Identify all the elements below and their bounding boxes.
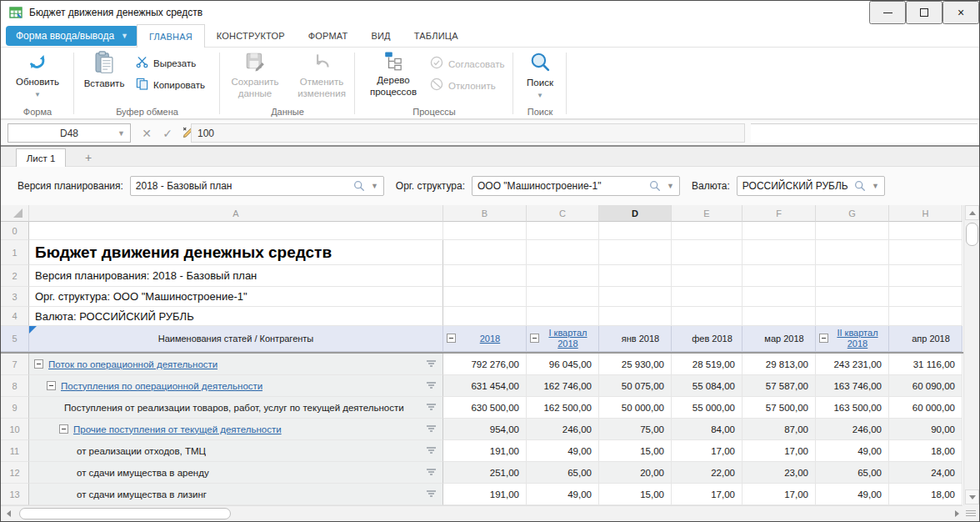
- value-cell[interactable]: 162 746,00: [527, 375, 599, 397]
- item-label-cell[interactable]: от сдачи имущества в аренду: [29, 462, 443, 484]
- value-cell[interactable]: 18,00: [889, 484, 962, 505]
- cell[interactable]: [742, 240, 816, 265]
- cell[interactable]: [742, 265, 816, 287]
- cell[interactable]: [599, 307, 672, 326]
- column-header-C[interactable]: C: [527, 205, 599, 222]
- value-cell[interactable]: 29 813,00: [742, 354, 816, 375]
- value-cell[interactable]: 55 000,00: [672, 397, 742, 419]
- org-structure-field[interactable]: ООО "Машиностроение-1"▼: [472, 176, 680, 196]
- value-cell[interactable]: 60 090,00: [889, 375, 962, 397]
- info-cell[interactable]: Орг. структура: ООО "Машиностроение-1": [29, 287, 443, 307]
- copy-button[interactable]: Копировать: [136, 78, 205, 93]
- cell[interactable]: [672, 287, 742, 307]
- cell[interactable]: [443, 222, 527, 240]
- cut-button[interactable]: Вырезать: [136, 56, 196, 71]
- filter-funnel-icon[interactable]: [426, 381, 436, 390]
- row-header-3[interactable]: 3: [1, 287, 29, 307]
- value-cell[interactable]: 49,00: [527, 440, 599, 462]
- value-cell[interactable]: 17,00: [742, 440, 816, 462]
- cell[interactable]: [443, 240, 527, 265]
- cell[interactable]: [29, 222, 443, 240]
- value-cell[interactable]: 75,00: [599, 419, 672, 440]
- info-cell[interactable]: Валюта: РОССИЙСКИЙ РУБЛЬ: [29, 307, 443, 326]
- tab-таблица[interactable]: ТАБЛИЦА: [402, 24, 470, 48]
- value-cell[interactable]: 49,00: [527, 484, 599, 505]
- value-cell[interactable]: 17,00: [672, 484, 742, 505]
- cell[interactable]: [672, 307, 742, 326]
- period-header-cell[interactable]: 2018: [443, 326, 527, 352]
- column-header-G[interactable]: G: [816, 205, 889, 222]
- tab-формат[interactable]: ФОРМАТ: [297, 24, 360, 48]
- value-cell[interactable]: 65,00: [527, 462, 599, 484]
- cell[interactable]: [742, 222, 816, 240]
- cell[interactable]: [599, 287, 672, 307]
- value-cell[interactable]: 50 000,00: [599, 397, 672, 419]
- filter-funnel-icon[interactable]: [426, 359, 436, 369]
- cell[interactable]: [527, 240, 599, 265]
- value-cell[interactable]: 251,00: [443, 462, 527, 484]
- period-link[interactable]: 2018: [480, 334, 500, 344]
- row-header-12[interactable]: 12: [1, 462, 29, 484]
- filter-funnel-icon[interactable]: [426, 446, 436, 455]
- row-header-4[interactable]: 4: [1, 307, 29, 326]
- horizontal-scrollbar[interactable]: [1, 505, 964, 521]
- value-cell[interactable]: 15,00: [599, 440, 672, 462]
- value-cell[interactable]: 57 500,00: [742, 397, 816, 419]
- value-cell[interactable]: 31 116,00: [889, 354, 962, 375]
- column-header-A[interactable]: A: [29, 205, 443, 222]
- value-cell[interactable]: 17,00: [672, 440, 742, 462]
- scroll-up-button[interactable]: [965, 205, 979, 220]
- cell[interactable]: [889, 287, 962, 307]
- item-link[interactable]: Поступления по операционной деятельности: [61, 381, 262, 391]
- close-button[interactable]: ×: [942, 1, 979, 24]
- tab-вид[interactable]: ВИД: [359, 24, 402, 48]
- item-label-cell[interactable]: от сдачи имущества в лизинг: [29, 484, 443, 505]
- cell[interactable]: [672, 240, 742, 265]
- row-header-13[interactable]: 13: [1, 484, 29, 505]
- column-header-H[interactable]: H: [889, 205, 962, 222]
- maximize-button[interactable]: [906, 1, 942, 24]
- search-icon[interactable]: [854, 180, 866, 192]
- period-header-cell[interactable]: II квартал 2018: [816, 326, 889, 352]
- period-header-cell[interactable]: I квартал 2018: [527, 326, 599, 352]
- item-label-cell[interactable]: Поступления от реализации товаров, работ…: [29, 397, 443, 419]
- cancel-entry-button[interactable]: ✕: [137, 123, 157, 143]
- paste-button[interactable]: Вставить: [78, 51, 131, 90]
- currency-field[interactable]: РОССИЙСКИЙ РУБЛЬ▼: [737, 176, 885, 196]
- value-cell[interactable]: 55 084,00: [672, 375, 742, 397]
- item-label-cell[interactable]: Поток по операционной деятельности: [29, 354, 443, 375]
- item-link[interactable]: Прочие поступления от текущей деятельнос…: [73, 424, 282, 434]
- form-io-menu-button[interactable]: Форма ввода/вывода ▼: [6, 26, 138, 46]
- refresh-button[interactable]: Обновить ▼: [6, 51, 69, 98]
- formula-input[interactable]: 100: [191, 123, 745, 143]
- scroll-down-button[interactable]: [965, 489, 979, 504]
- vertical-scrollbar-thumb[interactable]: [966, 223, 978, 246]
- value-cell[interactable]: 191,00: [443, 484, 527, 505]
- value-cell[interactable]: 162 500,00: [527, 397, 599, 419]
- info-cell[interactable]: Версия планирования: 2018 - Базовый план: [29, 265, 443, 287]
- chevron-down-icon[interactable]: ▼: [371, 182, 378, 190]
- cell[interactable]: [889, 265, 962, 287]
- scroll-right-button[interactable]: [950, 507, 963, 520]
- cell[interactable]: [889, 240, 962, 265]
- filter-funnel-icon[interactable]: [426, 468, 436, 477]
- save-data-button[interactable]: Сохранить данные: [223, 51, 287, 100]
- search-icon[interactable]: [353, 180, 365, 192]
- item-label-cell[interactable]: Прочие поступления от текущей деятельнос…: [29, 419, 443, 440]
- scroll-left-button[interactable]: [2, 507, 15, 520]
- value-cell[interactable]: 90,00: [889, 419, 962, 440]
- value-cell[interactable]: 25 930,00: [599, 354, 672, 375]
- value-cell[interactable]: 243 231,00: [816, 354, 889, 375]
- filter-funnel-icon[interactable]: [426, 424, 436, 434]
- cell[interactable]: [816, 287, 889, 307]
- value-cell[interactable]: 163 746,00: [816, 375, 889, 397]
- report-title-cell[interactable]: Бюджет движения денежных средств: [29, 240, 443, 265]
- cell[interactable]: [527, 287, 599, 307]
- column-header-D[interactable]: D: [599, 205, 672, 222]
- value-cell[interactable]: 87,00: [742, 419, 816, 440]
- collapse-icon[interactable]: [819, 334, 828, 343]
- value-cell[interactable]: 17,00: [742, 484, 816, 505]
- value-cell[interactable]: 631 454,00: [443, 375, 527, 397]
- value-cell[interactable]: 50 075,00: [599, 375, 672, 397]
- cell[interactable]: [742, 287, 816, 307]
